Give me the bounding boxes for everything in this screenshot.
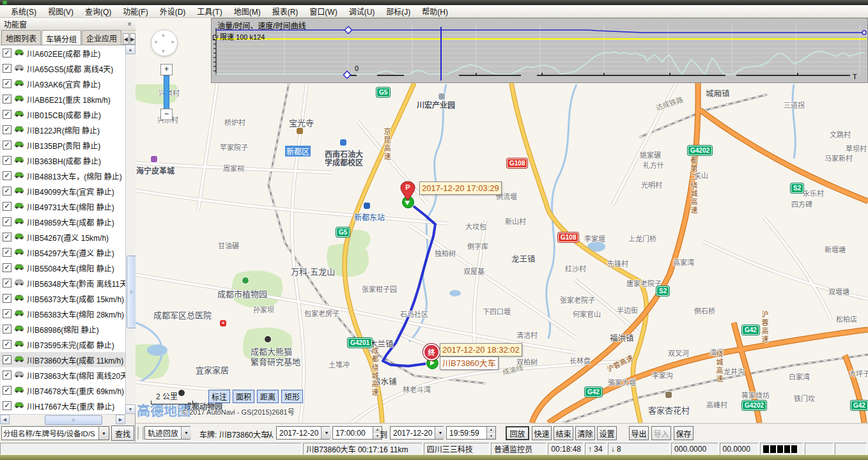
vehicle-checkbox[interactable]: ✓ [3,95,12,103]
vehicle-row[interactable]: ✓川B49099大车(宜宾 静止) [1,183,125,199]
chevron-down-icon[interactable]: ▼ [98,427,109,440]
vehicle-checkbox[interactable]: ✓ [3,248,12,257]
vehicle-row[interactable]: ✓川B49859大车(成都 静止) [1,214,125,229]
chevron-down-icon[interactable]: ▼ [321,427,331,439]
tab-企业应用[interactable]: 企业应用 [82,30,121,45]
vehicle-row[interactable]: ✓川B122JR(绵阳 静止) [1,122,125,137]
vehicle-checkbox[interactable]: ✓ [3,49,12,57]
vehicle-checkbox[interactable]: ✓ [3,79,12,88]
vehicle-checkbox[interactable]: ✓ [3,309,12,318]
scrollbar-thumb[interactable]: ≡ [45,415,102,425]
vehicle-row[interactable]: ✓川B135BP(贵阳 静止) [1,137,125,153]
vehicle-row[interactable]: ✓川B56383大车(绵阳 28km/h) [1,306,125,321]
vehicle-checkbox[interactable]: ✓ [3,187,12,195]
menu-item[interactable]: 报表(R) [267,4,304,18]
time-to-stepper[interactable]: 19:59:59 ▲▼ [446,426,496,440]
menu-item[interactable]: 部标(J) [380,4,416,18]
vehicle-checkbox[interactable]: ✓ [3,141,12,150]
menu-item[interactable]: 工具(T) [191,4,228,18]
vehicle-row[interactable]: ✓川B49731大车(绵阳 静止) [1,199,125,214]
measure-tool-矩形[interactable]: 矩形 [281,390,303,403]
vehicle-row[interactable]: ✓川B56373大车(成都 15km/h) [1,291,125,306]
vehicle-checkbox[interactable]: ✓ [3,233,12,241]
menu-item[interactable]: 视图(V) [42,4,79,18]
menu-item[interactable]: 帮助(H) [416,4,454,18]
playback-button-回放[interactable]: 回放 [506,426,529,440]
vehicle-checkbox[interactable]: ✓ [3,110,12,119]
menu-item[interactable]: 窗口(W) [304,4,343,18]
zoom-in-button[interactable]: + [160,64,173,75]
tab-地图列表[interactable]: 地图列表 [1,30,41,45]
scroll-right-icon[interactable]: ▶ [116,415,125,424]
vehicle-row[interactable]: ✓川A65GS5(成都 离线4天) [1,61,125,76]
vehicle-checkbox[interactable]: ✓ [3,294,12,303]
search-button[interactable]: 查找 [111,425,134,441]
pan-down-icon[interactable]: ▾ [162,48,165,54]
menu-item[interactable]: 调试(U) [343,4,381,18]
vehicle-row[interactable]: ✓川B54297大车(遵义 静止) [1,245,125,260]
vehicle-row[interactable]: ✓川B54267(遵义 15km/h) [1,229,125,245]
playback-button-保存[interactable]: 保存 [674,426,694,440]
vehicle-checkbox[interactable]: ✓ [3,279,12,288]
vehicle-checkbox[interactable]: ✓ [3,202,12,211]
vehicle-row[interactable]: ✓川B73595未完(成都 静止) [1,337,125,352]
vehicle-checkbox[interactable]: ✓ [3,171,12,180]
zoom-slider[interactable] [164,75,169,110]
vehicle-checkbox[interactable]: ✓ [3,401,12,410]
date-to-select[interactable]: 2017-12-20 ▼ [390,426,444,440]
playback-button-清除[interactable]: 清除 [575,426,595,440]
vehicle-checkbox[interactable]: ✓ [3,64,12,73]
vehicle-checkbox[interactable]: ✓ [3,217,12,226]
vehicle-row[interactable]: ✓川H17667大车(重庆 静止) [1,398,125,413]
menu-item[interactable]: 系统(S) [5,4,42,18]
pan-left-icon[interactable]: ◂ [154,38,157,45]
vehicle-row[interactable]: ✓川B48813大车，(绵阳 静止) [1,168,125,183]
scrollbar-thumb[interactable]: ≡ [127,256,136,328]
zoom-out-button[interactable]: − [160,109,173,120]
vehicle-checkbox[interactable]: ✓ [3,355,12,364]
playback-button-导出[interactable]: 导出 [629,426,649,440]
vehicle-row[interactable]: ✓川B73863大车(绵阳 离线20天) [1,367,125,383]
vehicle-checkbox[interactable]: ✓ [3,156,12,165]
playback-button-快速[interactable]: 快速 [532,426,552,440]
vehicle-row[interactable]: ✓川AB6E21(重庆 18km/h) [1,91,125,107]
tab-车辆分组[interactable]: 车辆分组 [42,30,81,45]
vehicle-row[interactable]: ✓川B56348大车(黔南 离线11天) [1,275,125,291]
vehicle-row[interactable]: ✓川B74678大车(重庆 69km/h) [1,383,125,398]
menu-item[interactable]: 功能(F) [117,4,153,18]
menu-item[interactable]: 查询(Q) [79,4,117,18]
vehicle-row[interactable]: ✓川B015CB(成都 静止) [1,107,125,122]
measure-tool-面积[interactable]: 面积 [233,390,254,403]
scroll-down-icon[interactable]: ▼ [125,404,136,414]
tab-scroll-right-icon[interactable]: ▶ [130,33,136,45]
toolbar-grip[interactable] [137,427,144,440]
tab-scroll-left-icon[interactable]: ◀ [123,33,128,45]
measure-tool-距离[interactable]: 距离 [257,390,279,403]
vehicle-checkbox[interactable]: ✓ [3,371,12,379]
chevron-down-icon[interactable]: ▼ [181,427,191,439]
spinner-icons[interactable]: ▲▼ [486,427,495,439]
end-badge-marker[interactable]: 终 [423,344,440,360]
pan-up-icon[interactable]: ▴ [162,31,165,38]
time-from-stepper[interactable]: 17:00:00 ▲▼ [332,426,382,440]
vehicle-checkbox[interactable]: ✓ [3,125,12,134]
playback-mode-select[interactable]: 轨迹回放 ▼ [144,426,190,440]
chevron-down-icon[interactable]: ▼ [435,427,445,439]
playback-button-设置[interactable]: 设置 [597,426,617,440]
vertical-scrollbar[interactable]: ▲ ≡ ▼ [125,45,136,414]
scroll-up-icon[interactable]: ▲ [125,45,136,54]
vehicle-row[interactable]: ✓川B73860大车(成都 11km/h) [1,352,125,367]
vehicle-row[interactable]: ✓川B68986(绵阳 静止) [1,321,125,337]
menu-item[interactable]: 地图(M) [228,4,267,18]
date-from-select[interactable]: 2017-12-20 ▼ [276,426,330,440]
map-pan-control[interactable]: ▴ ▾ ◂ ▸ [151,29,178,56]
vehicle-checkbox[interactable]: ✓ [3,263,12,272]
vehicle-row[interactable]: ✓川A93AK6(宜宾 静止) [1,76,125,91]
playback-button-结束[interactable]: 结束 [554,426,573,440]
close-icon[interactable]: × [127,20,132,29]
vehicle-checkbox[interactable]: ✓ [3,386,12,395]
vehicle-row[interactable]: ✓川B55084大车(绵阳 静止) [1,260,125,275]
vehicle-row[interactable]: ✓川B363BH(成都 静止) [1,153,125,168]
search-input[interactable]: 分组名称/车牌号码/设备ID/S ▼ [1,426,109,440]
vehicle-row[interactable]: ✓川A602EE(成都 静止) [1,45,125,61]
